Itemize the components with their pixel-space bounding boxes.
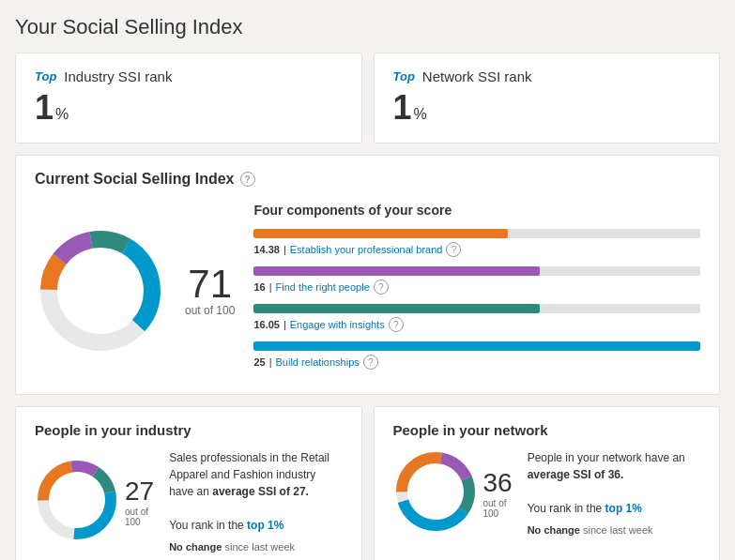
- current-ssi-title: Current Social Selling Index ?: [35, 171, 700, 188]
- people-bar-container: [253, 266, 700, 276]
- people-score: 16: [253, 281, 265, 293]
- component-find-people: 16 | Find the right people ?: [253, 266, 700, 295]
- network-people-body: 36 out of 100 People in your network hav…: [393, 449, 701, 538]
- people-bar: [253, 266, 539, 276]
- relationships-help-icon[interactable]: ?: [363, 355, 378, 370]
- relationships-separator: |: [269, 356, 272, 368]
- industry-avg-ssi: average SSI of 27.: [212, 485, 309, 498]
- industry-no-change: No change since last week: [169, 539, 342, 555]
- main-card-body: 71 out of 100 Four components of your sc…: [35, 203, 700, 379]
- network-donut-svg: [393, 449, 478, 534]
- people-name[interactable]: Find the right people: [276, 281, 370, 293]
- current-ssi-card: Current Social Selling Index ?: [15, 155, 720, 395]
- industry-people-card: People in your industry 27 out of 100 Sa…: [15, 406, 362, 560]
- industry-rank-card: Top Industry SSI rank 1 %: [15, 53, 362, 144]
- insights-bar: [253, 304, 539, 313]
- network-rank-title: Network SSI rank: [422, 68, 532, 84]
- network-people-title: People in your network: [393, 422, 701, 438]
- industry-no-change-bold: No change: [169, 541, 222, 552]
- network-rank-percent: %: [414, 106, 427, 123]
- insights-score: 16.05: [253, 319, 280, 330]
- insights-bar-container: [253, 304, 700, 313]
- main-score-number: 71: [188, 265, 232, 304]
- people-help-icon[interactable]: ?: [374, 280, 389, 295]
- network-score-outof: out of 100: [483, 498, 513, 519]
- insights-name[interactable]: Engage with insights: [290, 319, 385, 330]
- network-rank-highlight: top 1%: [605, 502, 642, 515]
- component-professional-brand: 14.38 | Establish your professional bran…: [253, 229, 700, 257]
- relationships-bar-container: [253, 341, 700, 351]
- main-donut-chart: [35, 225, 166, 356]
- relationships-bar: [253, 341, 700, 351]
- people-label: 16 | Find the right people ?: [253, 280, 700, 295]
- relationships-label: 25 | Build relationships ?: [253, 355, 700, 370]
- industry-score-display: 27 out of 100: [125, 477, 154, 527]
- network-people-card: People in your network 36 out of 100 Peo…: [374, 406, 721, 560]
- insights-help-icon[interactable]: ?: [389, 317, 404, 332]
- current-ssi-title-text: Current Social Selling Index: [35, 171, 235, 188]
- component-engage-insights: 16.05 | Engage with insights ?: [253, 304, 700, 332]
- brand-label: 14.38 | Establish your professional bran…: [253, 242, 700, 257]
- component-build-relationships: 25 | Build relationships ?: [253, 341, 700, 370]
- brand-score: 14.38: [253, 244, 280, 255]
- people-separator: |: [269, 281, 272, 293]
- network-rank-card: Top Network SSI rank 1 %: [374, 53, 721, 144]
- industry-rank-number: 1: [35, 88, 54, 128]
- main-score-outof: out of 100: [185, 304, 235, 317]
- network-avg-ssi: average SSI of 36.: [528, 468, 624, 481]
- industry-score-outof: out of 100: [125, 507, 154, 527]
- components-section: Four components of your score 14.38 | Es…: [253, 203, 700, 379]
- network-desc-text: People in your network have an: [528, 451, 685, 464]
- industry-mini-donut: [35, 458, 119, 546]
- industry-score-number: 27: [125, 477, 154, 507]
- network-top-label: Top: [393, 69, 415, 83]
- brand-bar: [253, 229, 508, 238]
- network-rank-prefix: You rank in the: [528, 502, 605, 515]
- industry-people-title: People in your industry: [35, 422, 343, 438]
- top-rank-cards: Top Industry SSI rank 1 % Top Network SS…: [15, 53, 720, 144]
- industry-donut-svg: [35, 458, 119, 542]
- relationships-score: 25: [253, 356, 265, 368]
- network-description: People in your network have an average S…: [528, 449, 700, 538]
- network-rank-number: 1: [393, 88, 412, 128]
- donut-svg: [35, 225, 166, 356]
- network-no-change-bold: No change: [528, 524, 580, 536]
- ssi-help-icon[interactable]: ?: [240, 172, 255, 187]
- industry-description: Sales professionals in the Retail Appare…: [169, 449, 342, 555]
- brand-separator: |: [283, 244, 286, 255]
- industry-rank-title: Industry SSI rank: [64, 68, 172, 84]
- insights-separator: |: [283, 319, 286, 330]
- industry-rank-percent: %: [55, 106, 69, 123]
- relationships-name[interactable]: Build relationships: [276, 356, 360, 368]
- donut-section: 71 out of 100: [35, 203, 235, 379]
- industry-top-label: Top: [35, 69, 56, 83]
- components-title: Four components of your score: [253, 203, 700, 218]
- network-score-number: 36: [483, 469, 513, 498]
- brand-bar-container: [253, 229, 700, 238]
- page-title: Your Social Selling Index: [15, 15, 720, 39]
- main-score-display: 71 out of 100: [185, 265, 235, 317]
- industry-rank-prefix: You rank in the: [169, 519, 247, 532]
- bottom-cards: People in your industry 27 out of 100 Sa…: [15, 406, 720, 560]
- network-no-change: No change since last week: [528, 522, 700, 538]
- brand-help-icon[interactable]: ?: [446, 242, 461, 257]
- network-score-display: 36 out of 100: [483, 469, 513, 519]
- insights-label: 16.05 | Engage with insights ?: [253, 317, 700, 332]
- brand-name[interactable]: Establish your professional brand: [290, 244, 443, 255]
- industry-people-body: 27 out of 100 Sales professionals in the…: [35, 449, 343, 555]
- network-mini-donut: [393, 449, 478, 537]
- industry-rank-highlight: top 1%: [247, 519, 283, 532]
